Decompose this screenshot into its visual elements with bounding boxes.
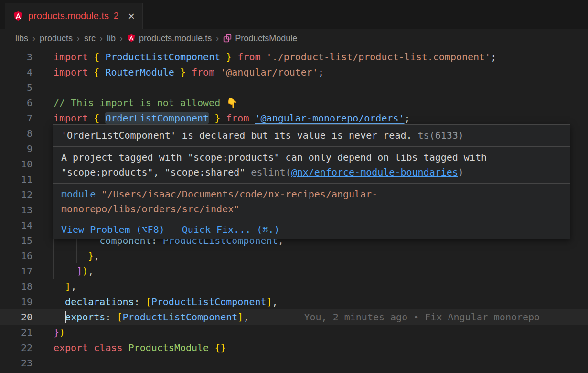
- code-token: {: [94, 66, 105, 78]
- code-token: }: [209, 112, 220, 124]
- line-number[interactable]: 12: [0, 187, 32, 202]
- code-token: {: [94, 51, 105, 63]
- code-content: [32, 187, 53, 202]
- line-number[interactable]: 23: [0, 355, 32, 371]
- code-token: RouterModule: [105, 66, 174, 78]
- code-content: import { ProductListComponent } from './…: [32, 49, 496, 65]
- line-number[interactable]: 8: [0, 126, 32, 141]
- line-number[interactable]: 22: [0, 340, 32, 355]
- popup-line: monorepo/libs/orders/src/index": [61, 202, 562, 217]
- line-number[interactable]: 9: [0, 141, 32, 156]
- code-content: [32, 126, 53, 141]
- code-line[interactable]: 19 declarations: [ProductListComponent],: [0, 294, 588, 309]
- code-token: class: [94, 342, 128, 353]
- popup-text: A project tagged with "scope:products" c…: [61, 152, 487, 163]
- code-content: }): [32, 325, 65, 340]
- breadcrumb-label: libs: [15, 33, 28, 44]
- code-line[interactable]: 18 ],: [0, 279, 588, 294]
- line-number[interactable]: 7: [0, 110, 32, 126]
- breadcrumb-item[interactable]: products: [40, 33, 73, 44]
- code-line[interactable]: 4import { RouterModule } from '@angular/…: [0, 65, 588, 80]
- indent-guide: [76, 248, 77, 263]
- popup-text: eslint(: [251, 166, 291, 178]
- line-number[interactable]: 21: [0, 325, 32, 340]
- line-number[interactable]: 14: [0, 218, 32, 233]
- code-line[interactable]: 23: [0, 355, 588, 371]
- line-number[interactable]: 10: [0, 156, 32, 172]
- popup-section: module "/Users/isaac/Documents/code/nx-r…: [53, 184, 570, 220]
- tab-products-module[interactable]: products.module.ts 2 ×: [5, 3, 143, 29]
- line-number[interactable]: 18: [0, 279, 32, 294]
- line-number[interactable]: 19: [0, 294, 32, 309]
- code-line[interactable]: 21}): [0, 325, 588, 340]
- code-line[interactable]: 20 exports: [ProductListComponent],You, …: [0, 309, 588, 325]
- code-token: [53, 296, 65, 307]
- code-line[interactable]: 5: [0, 80, 588, 95]
- code-token: [53, 311, 65, 323]
- code-token: :: [105, 311, 117, 323]
- code-content: [32, 172, 53, 187]
- line-number[interactable]: 5: [0, 80, 32, 95]
- code-token: }: [174, 66, 186, 78]
- popup-link[interactable]: @nx/enforce-module-boundaries: [291, 166, 458, 178]
- code-token: ,: [272, 296, 278, 307]
- view-problem-action[interactable]: View Problem (⌥F8): [61, 222, 165, 237]
- breadcrumb-item[interactable]: ProductsModule: [223, 33, 297, 44]
- popup-text: ts(6133): [412, 130, 464, 141]
- editor: 3import { ProductListComponent } from '.…: [0, 48, 588, 373]
- code-content: [32, 141, 53, 156]
- hover-popup: 'OrderListComponent' is declared but its…: [53, 124, 570, 239]
- quick-fix-action[interactable]: Quick Fix... (⌘.): [182, 222, 280, 237]
- code-token: {}: [214, 342, 226, 353]
- code-content: export class ProductsModule {}: [32, 340, 226, 355]
- breadcrumbs: libs›products›src›lib›products.module.ts…: [0, 29, 588, 48]
- code-token: [53, 250, 88, 262]
- code-line[interactable]: 6// This import is not allowed 👇: [0, 95, 588, 110]
- code-token: ;: [405, 112, 410, 124]
- code-line[interactable]: 22export class ProductsModule {}: [0, 340, 588, 355]
- line-number[interactable]: 4: [0, 65, 32, 80]
- popup-line: "scope:products", "scope:shared" eslint(…: [61, 165, 562, 180]
- line-number[interactable]: 15: [0, 233, 32, 248]
- line-number[interactable]: 6: [0, 95, 32, 110]
- breadcrumb-separator: ›: [216, 33, 219, 44]
- code-token: }: [53, 327, 59, 338]
- popup-text: monorepo/libs/orders/src/index": [61, 203, 239, 215]
- tab-close-icon[interactable]: ×: [128, 11, 135, 22]
- breadcrumb-label: ProductsModule: [235, 33, 297, 44]
- breadcrumb-label: src: [84, 33, 96, 44]
- tab-problems-badge: 2: [114, 11, 118, 21]
- line-number[interactable]: 13: [0, 202, 32, 218]
- code-token: :: [134, 296, 146, 307]
- code-token: from: [220, 112, 255, 124]
- popup-line: module "/Users/isaac/Documents/code/nx-r…: [61, 187, 562, 202]
- code-line[interactable]: 7import { OrderListComponent } from '@an…: [0, 110, 588, 126]
- line-number[interactable]: 11: [0, 172, 32, 187]
- breadcrumb-label: products: [40, 33, 73, 44]
- indent-guide: [53, 263, 54, 279]
- code-line[interactable]: 17 ]),: [0, 263, 588, 279]
- breadcrumb-label: products.module.ts: [139, 33, 212, 44]
- breadcrumb-item[interactable]: lib: [107, 33, 116, 44]
- line-number[interactable]: 17: [0, 263, 32, 279]
- code-token: ProductsModule: [128, 342, 215, 353]
- code-line[interactable]: 16 },: [0, 248, 588, 263]
- code-content: ],: [32, 279, 76, 294]
- breadcrumb-item[interactable]: src: [84, 33, 96, 44]
- code-line[interactable]: 3import { ProductListComponent } from '.…: [0, 49, 588, 65]
- breadcrumb-separator: ›: [120, 33, 123, 44]
- popup-actions: View Problem (⌥F8)Quick Fix... (⌘.): [53, 220, 570, 239]
- breadcrumb-item[interactable]: products.module.ts: [127, 33, 212, 44]
- line-number[interactable]: 3: [0, 49, 32, 65]
- code-token: [53, 281, 65, 292]
- code-token: {: [94, 112, 105, 124]
- line-number[interactable]: 16: [0, 248, 32, 263]
- line-number[interactable]: 20: [0, 309, 32, 325]
- popup-section: A project tagged with "scope:products" c…: [53, 147, 570, 184]
- breadcrumb-item[interactable]: libs: [15, 33, 28, 44]
- code-token: './product-list/product-list.component': [267, 51, 491, 63]
- code-content: ]),: [32, 263, 94, 279]
- code-token: }: [220, 51, 232, 63]
- popup-line: 'OrderListComponent' is declared but its…: [61, 128, 562, 143]
- breadcrumb-separator: ›: [100, 33, 103, 44]
